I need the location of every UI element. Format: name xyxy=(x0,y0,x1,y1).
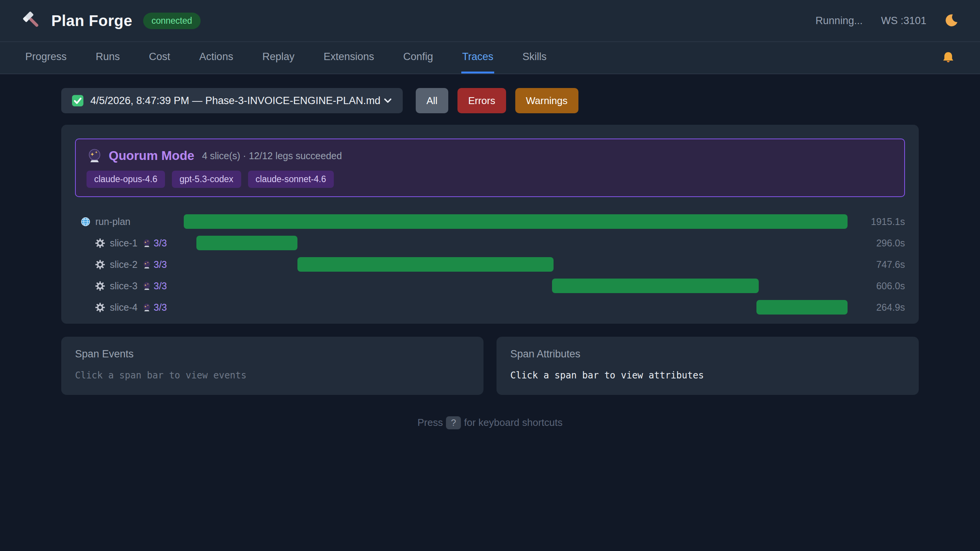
main-nav: ProgressRunsCostActionsReplayExtensionsC… xyxy=(0,42,980,74)
bell-icon xyxy=(941,51,956,65)
span-events-placeholder: Click a span bar to view events xyxy=(75,370,470,381)
crystal-ball-icon xyxy=(142,281,152,291)
span-track xyxy=(184,257,848,272)
span-name: run-plan xyxy=(95,216,131,227)
detail-panels: Span Events Click a span bar to view eve… xyxy=(61,337,919,395)
gear-icon xyxy=(95,238,105,248)
model-chip: gpt-5.3-codex xyxy=(172,171,241,188)
span-events-title: Span Events xyxy=(75,348,470,360)
quorum-count-badge: 3/3 xyxy=(142,259,167,270)
filter-button-all[interactable]: All xyxy=(416,88,448,113)
notifications-button[interactable] xyxy=(941,42,956,73)
tab-cost[interactable]: Cost xyxy=(148,42,171,73)
gear-icon xyxy=(95,302,105,313)
trace-panel: Quorum Mode 4 slice(s) · 12/12 legs succ… xyxy=(61,125,919,324)
chevron-down-icon xyxy=(383,96,393,106)
crystal-ball-icon xyxy=(142,303,152,312)
model-chip: claude-sonnet-4.6 xyxy=(248,171,334,188)
span-label: slice-1 3/3 xyxy=(75,238,184,249)
gear-icon xyxy=(95,281,105,291)
quorum-model-chips: claude-opus-4.6gpt-5.3-codexclaude-sonne… xyxy=(87,171,893,188)
filter-button-warnings[interactable]: Warnings xyxy=(515,88,578,113)
tab-actions[interactable]: Actions xyxy=(199,42,234,73)
quorum-count-badge: 3/3 xyxy=(142,280,167,292)
span-attributes-panel: Span Attributes Click a span bar to view… xyxy=(497,337,919,395)
span-bar[interactable] xyxy=(196,236,297,250)
question-keycap: ? xyxy=(446,416,461,429)
span-row: slice-2 3/3747.6s xyxy=(75,254,905,275)
quorum-count: 3/3 xyxy=(154,259,167,270)
quorum-count: 3/3 xyxy=(154,302,167,313)
crystal-ball-icon xyxy=(142,260,152,269)
crystal-ball-icon xyxy=(87,148,103,164)
model-chip: claude-opus-4.6 xyxy=(87,171,165,188)
span-row: slice-4 3/3264.9s xyxy=(75,297,905,318)
span-name: slice-3 xyxy=(110,280,137,292)
shortcuts-hint: Press?for keyboard shortcuts xyxy=(0,416,980,429)
span-duration: 264.9s xyxy=(848,302,905,313)
tab-replay[interactable]: Replay xyxy=(261,42,295,73)
connection-status-badge: connected xyxy=(143,13,201,29)
quorum-count-badge: 3/3 xyxy=(142,302,167,313)
span-duration: 747.6s xyxy=(848,259,905,270)
span-track xyxy=(184,300,848,315)
gear-icon xyxy=(95,259,105,270)
tab-traces[interactable]: Traces xyxy=(461,42,494,73)
span-track xyxy=(184,236,848,250)
app-title: Plan Forge xyxy=(51,12,132,29)
shortcuts-hint-suffix: for keyboard shortcuts xyxy=(464,417,562,428)
span-label: run-plan xyxy=(75,216,184,227)
span-attributes-title: Span Attributes xyxy=(510,348,905,360)
tab-config[interactable]: Config xyxy=(402,42,434,73)
span-attributes-placeholder: Click a span bar to view attributes xyxy=(510,370,905,381)
app-header: Plan Forge connected Running... WS :3101 xyxy=(0,0,980,42)
trace-toolbar: 4/5/2026, 8:47:39 PM — Phase-3-INVOICE-E… xyxy=(61,88,919,113)
span-duration: 1915.1s xyxy=(848,216,905,227)
span-label: slice-4 3/3 xyxy=(75,302,184,313)
run-select-label: 4/5/2026, 8:47:39 PM — Phase-3-INVOICE-E… xyxy=(90,95,381,107)
websocket-port: WS :3101 xyxy=(881,15,926,27)
quorum-count: 3/3 xyxy=(154,280,167,292)
tab-runs[interactable]: Runs xyxy=(95,42,121,73)
globe-icon xyxy=(80,217,91,227)
span-events-panel: Span Events Click a span bar to view eve… xyxy=(61,337,483,395)
span-name: slice-4 xyxy=(110,302,137,313)
theme-toggle-moon-icon[interactable] xyxy=(943,13,959,28)
tab-progress[interactable]: Progress xyxy=(24,42,67,73)
span-bar[interactable] xyxy=(552,279,758,293)
span-track xyxy=(184,214,848,229)
span-track xyxy=(184,279,848,293)
run-select-dropdown[interactable]: 4/5/2026, 8:47:39 PM — Phase-3-INVOICE-E… xyxy=(61,88,403,113)
quorum-summary: 4 slice(s) · 12/12 legs succeeded xyxy=(202,150,342,161)
crystal-ball-icon xyxy=(142,238,152,248)
quorum-mode-panel: Quorum Mode 4 slice(s) · 12/12 legs succ… xyxy=(75,139,905,197)
tab-skills[interactable]: Skills xyxy=(522,42,547,73)
check-icon xyxy=(71,94,84,107)
span-name: slice-2 xyxy=(110,259,137,270)
runtime-status: Running... xyxy=(815,15,862,27)
span-rows: run-plan1915.1s slice-1 3/3296.0s slice-… xyxy=(75,211,905,318)
span-duration: 296.0s xyxy=(848,238,905,249)
span-name: slice-1 xyxy=(110,238,137,249)
span-label: slice-2 3/3 xyxy=(75,259,184,270)
span-row: slice-3 3/3606.0s xyxy=(75,275,905,297)
severity-filters: AllErrorsWarnings xyxy=(416,88,578,113)
span-bar[interactable] xyxy=(184,214,848,229)
span-bar[interactable] xyxy=(297,257,554,272)
quorum-count: 3/3 xyxy=(154,238,167,249)
span-bar[interactable] xyxy=(756,300,848,315)
filter-button-errors[interactable]: Errors xyxy=(457,88,506,113)
hammer-logo-icon xyxy=(21,10,43,31)
tab-extensions[interactable]: Extensions xyxy=(323,42,375,73)
span-duration: 606.0s xyxy=(848,280,905,292)
span-label: slice-3 3/3 xyxy=(75,280,184,292)
shortcuts-hint-prefix: Press xyxy=(417,417,443,428)
span-row: run-plan1915.1s xyxy=(75,211,905,232)
quorum-title: Quorum Mode xyxy=(109,148,194,163)
quorum-count-badge: 3/3 xyxy=(142,238,167,249)
span-row: slice-1 3/3296.0s xyxy=(75,232,905,254)
